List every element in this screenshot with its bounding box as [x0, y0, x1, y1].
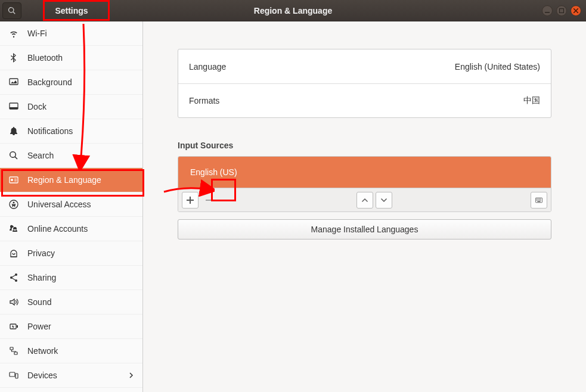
sidebar-item-dock[interactable]: Dock: [0, 95, 142, 119]
power-icon: [8, 322, 19, 331]
page-title: Region & Language: [254, 6, 332, 15]
devices-icon: [8, 371, 19, 380]
sidebar-item-background[interactable]: Background: [0, 70, 142, 95]
svg-rect-18: [10, 372, 15, 377]
sidebar-item-search[interactable]: Search: [0, 144, 142, 168]
share-icon: [8, 273, 19, 282]
language-label: Language: [189, 62, 226, 71]
sidebar-item-network[interactable]: Network: [0, 339, 142, 363]
accessibility-icon: [8, 200, 19, 209]
svg-rect-1: [560, 8, 564, 13]
sidebar-item-label: Online Accounts: [27, 224, 88, 234]
formats-row[interactable]: Formats 中国: [178, 83, 551, 117]
svg-rect-22: [537, 198, 537, 199]
sidebar-item-sharing[interactable]: Sharing: [0, 266, 142, 290]
sidebar-item-label: Privacy: [27, 248, 55, 258]
keyboard-layout-button[interactable]: [531, 192, 547, 209]
search-button[interactable]: [2, 2, 21, 19]
manage-installed-languages-button[interactable]: Manage Installed Languages: [178, 219, 551, 239]
svg-rect-4: [10, 107, 18, 109]
svg-rect-17: [14, 352, 17, 354]
titlebar: Settings Region & Language: [0, 0, 586, 21]
svg-rect-0: [545, 12, 550, 13]
sidebar-item-label: Power: [27, 322, 51, 331]
sidebar-item-power[interactable]: Power: [0, 315, 142, 339]
input-sources-toolbar: [178, 188, 551, 211]
input-sources-box: English (US): [178, 156, 551, 212]
sidebar-item-label: Bluetooth: [27, 53, 63, 63]
sidebar-item-label: Dock: [27, 102, 46, 111]
sidebar-item-label: Devices: [27, 371, 57, 380]
input-source-item[interactable]: English (US): [178, 157, 551, 188]
svg-rect-16: [10, 347, 13, 350]
background-icon: [8, 77, 19, 87]
svg-rect-26: [537, 200, 537, 200]
app-title: Settings: [0, 6, 143, 15]
svg-rect-25: [540, 198, 541, 199]
sidebar-item-label: Background: [27, 77, 72, 87]
sidebar: Wi-Fi Bluetooth Background Dock Notifica…: [0, 21, 143, 392]
input-sources-title: Input Sources: [178, 141, 551, 150]
svg-rect-24: [539, 198, 540, 199]
window-controls: [542, 5, 581, 16]
language-value: English (United States): [455, 62, 540, 71]
search-icon: [8, 151, 19, 160]
privacy-icon: [8, 248, 19, 258]
svg-rect-23: [538, 198, 538, 199]
chevron-right-icon: [128, 371, 134, 380]
move-down-button[interactable]: [376, 192, 392, 209]
region-settings-list: Language English (United States) Formats…: [178, 49, 551, 118]
add-input-source-button[interactable]: [182, 192, 199, 209]
close-button[interactable]: [571, 5, 581, 16]
dock-icon: [8, 102, 19, 111]
svg-rect-2: [10, 79, 18, 85]
svg-rect-28: [539, 200, 540, 200]
svg-point-10: [13, 202, 15, 204]
svg-rect-29: [540, 200, 541, 200]
sidebar-item-wifi[interactable]: Wi-Fi: [0, 21, 142, 46]
plus-icon: [187, 197, 194, 204]
chevron-down-icon: [380, 197, 387, 204]
formats-value: 中国: [523, 95, 540, 106]
input-source-label: English (US): [190, 167, 237, 177]
svg-point-6: [11, 179, 13, 181]
sidebar-item-label: Network: [27, 346, 58, 356]
wifi-icon: [8, 29, 19, 38]
sidebar-item-label: Search: [27, 151, 54, 160]
bell-icon: [8, 126, 19, 136]
sidebar-item-label: Notifications: [27, 126, 73, 136]
minus-icon: [206, 197, 213, 204]
move-up-button[interactable]: [356, 192, 373, 209]
content-pane: Language English (United States) Formats…: [143, 21, 586, 392]
sidebar-item-universal-access[interactable]: Universal Access: [0, 192, 142, 217]
minimize-button[interactable]: [542, 5, 553, 16]
sidebar-item-label: Sound: [27, 297, 51, 307]
language-row[interactable]: Language English (United States): [178, 49, 551, 83]
svg-rect-27: [538, 200, 538, 200]
keyboard-icon: [535, 197, 542, 204]
network-icon: [8, 346, 19, 356]
sidebar-item-label: Region & Language: [27, 175, 101, 185]
sidebar-item-devices[interactable]: Devices: [0, 363, 142, 388]
sound-icon: [8, 297, 19, 307]
sidebar-item-privacy[interactable]: Privacy: [0, 241, 142, 266]
remove-input-source-button[interactable]: [201, 192, 218, 209]
sidebar-item-label: Universal Access: [27, 200, 91, 209]
formats-label: Formats: [189, 96, 219, 105]
svg-rect-20: [206, 200, 213, 201]
chevron-up-icon: [361, 197, 368, 204]
svg-rect-7: [14, 179, 17, 179]
sidebar-item-notifications[interactable]: Notifications: [0, 119, 142, 144]
sidebar-item-label: Sharing: [27, 273, 56, 282]
sidebar-item-bluetooth[interactable]: Bluetooth: [0, 46, 142, 70]
bluetooth-icon: [8, 53, 19, 63]
accounts-icon: [8, 224, 19, 234]
svg-rect-15: [17, 325, 18, 328]
svg-rect-8: [14, 181, 17, 181]
globe-icon: [8, 175, 19, 185]
maximize-button[interactable]: [556, 5, 567, 16]
sidebar-item-online-accounts[interactable]: Online Accounts: [0, 217, 142, 241]
sidebar-item-label: Wi-Fi: [27, 29, 47, 38]
sidebar-item-region-language[interactable]: Region & Language: [0, 168, 142, 192]
sidebar-item-sound[interactable]: Sound: [0, 290, 142, 315]
